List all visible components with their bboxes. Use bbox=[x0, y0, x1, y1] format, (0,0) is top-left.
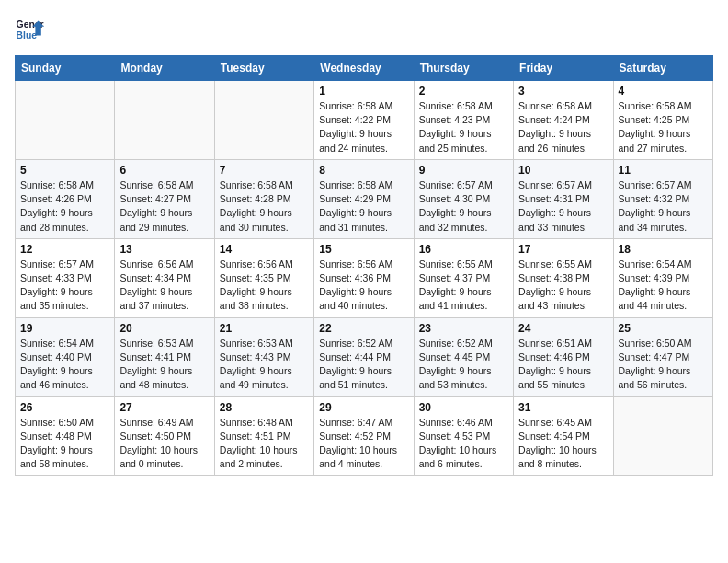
day-number: 28 bbox=[220, 401, 309, 414]
day-of-week-header: Saturday bbox=[613, 56, 712, 81]
day-number: 12 bbox=[20, 243, 109, 256]
day-info: Sunrise: 6:57 AMSunset: 4:31 PMDaylight:… bbox=[518, 178, 608, 235]
day-number: 13 bbox=[119, 243, 209, 256]
calendar-cell bbox=[115, 81, 214, 160]
day-info: Sunrise: 6:53 AMSunset: 4:43 PMDaylight:… bbox=[220, 337, 309, 393]
day-info: Sunrise: 6:54 AMSunset: 4:40 PMDaylight:… bbox=[20, 337, 109, 393]
day-number: 4 bbox=[619, 85, 708, 98]
day-info: Sunrise: 6:49 AMSunset: 4:50 PMDaylight:… bbox=[119, 416, 209, 472]
calendar-cell bbox=[613, 396, 712, 476]
day-number: 31 bbox=[518, 401, 608, 414]
day-number: 3 bbox=[518, 85, 608, 98]
day-number: 18 bbox=[619, 243, 708, 256]
calendar-cell: 8Sunrise: 6:58 AMSunset: 4:29 PMDaylight… bbox=[314, 159, 414, 238]
logo: General Blue bbox=[15, 15, 44, 44]
day-info: Sunrise: 6:55 AMSunset: 4:38 PMDaylight:… bbox=[518, 258, 608, 314]
calendar-cell: 2Sunrise: 6:58 AMSunset: 4:23 PMDaylight… bbox=[414, 81, 513, 160]
calendar-cell bbox=[16, 81, 115, 160]
day-info: Sunrise: 6:58 AMSunset: 4:24 PMDaylight:… bbox=[518, 99, 608, 155]
calendar-week-row: 19Sunrise: 6:54 AMSunset: 4:40 PMDayligh… bbox=[16, 317, 713, 396]
calendar-cell: 9Sunrise: 6:57 AMSunset: 4:30 PMDaylight… bbox=[414, 159, 513, 238]
day-of-week-header: Tuesday bbox=[214, 56, 313, 81]
calendar-week-row: 12Sunrise: 6:57 AMSunset: 4:33 PMDayligh… bbox=[16, 238, 713, 317]
day-info: Sunrise: 6:55 AMSunset: 4:37 PMDaylight:… bbox=[419, 258, 508, 314]
calendar-table: SundayMondayTuesdayWednesdayThursdayFrid… bbox=[15, 55, 713, 476]
calendar-cell: 29Sunrise: 6:47 AMSunset: 4:52 PMDayligh… bbox=[314, 396, 414, 476]
calendar-cell: 17Sunrise: 6:55 AMSunset: 4:38 PMDayligh… bbox=[514, 238, 613, 317]
day-info: Sunrise: 6:58 AMSunset: 4:29 PMDaylight:… bbox=[319, 178, 408, 235]
day-info: Sunrise: 6:50 AMSunset: 4:47 PMDaylight:… bbox=[619, 337, 708, 393]
calendar-cell: 7Sunrise: 6:58 AMSunset: 4:28 PMDaylight… bbox=[214, 159, 313, 238]
calendar-cell: 26Sunrise: 6:50 AMSunset: 4:48 PMDayligh… bbox=[16, 396, 115, 476]
calendar-cell: 30Sunrise: 6:46 AMSunset: 4:53 PMDayligh… bbox=[414, 396, 513, 476]
day-of-week-header: Wednesday bbox=[314, 56, 414, 81]
day-info: Sunrise: 6:57 AMSunset: 4:30 PMDaylight:… bbox=[419, 178, 508, 235]
day-info: Sunrise: 6:53 AMSunset: 4:41 PMDaylight:… bbox=[119, 337, 209, 393]
calendar-cell: 5Sunrise: 6:58 AMSunset: 4:26 PMDaylight… bbox=[16, 159, 115, 238]
day-number: 9 bbox=[419, 164, 508, 177]
day-number: 19 bbox=[20, 322, 109, 335]
svg-text:Blue: Blue bbox=[17, 30, 38, 40]
calendar-cell: 22Sunrise: 6:52 AMSunset: 4:44 PMDayligh… bbox=[314, 317, 414, 396]
day-number: 21 bbox=[220, 322, 309, 335]
day-of-week-header: Friday bbox=[514, 56, 613, 81]
day-number: 5 bbox=[20, 164, 109, 177]
day-info: Sunrise: 6:50 AMSunset: 4:48 PMDaylight:… bbox=[20, 416, 109, 472]
day-number: 16 bbox=[419, 243, 508, 256]
calendar-week-row: 1Sunrise: 6:58 AMSunset: 4:22 PMDaylight… bbox=[16, 81, 713, 160]
day-info: Sunrise: 6:54 AMSunset: 4:39 PMDaylight:… bbox=[619, 258, 708, 314]
day-info: Sunrise: 6:48 AMSunset: 4:51 PMDaylight:… bbox=[220, 416, 309, 472]
day-number: 22 bbox=[319, 322, 408, 335]
day-info: Sunrise: 6:56 AMSunset: 4:34 PMDaylight:… bbox=[119, 258, 209, 314]
day-info: Sunrise: 6:46 AMSunset: 4:53 PMDaylight:… bbox=[419, 416, 508, 472]
day-number: 23 bbox=[419, 322, 508, 335]
day-number: 14 bbox=[220, 243, 309, 256]
day-info: Sunrise: 6:58 AMSunset: 4:28 PMDaylight:… bbox=[220, 178, 309, 235]
calendar-cell: 25Sunrise: 6:50 AMSunset: 4:47 PMDayligh… bbox=[613, 317, 712, 396]
day-number: 17 bbox=[518, 243, 608, 256]
day-info: Sunrise: 6:58 AMSunset: 4:26 PMDaylight:… bbox=[20, 178, 109, 235]
calendar-week-row: 26Sunrise: 6:50 AMSunset: 4:48 PMDayligh… bbox=[16, 396, 713, 476]
calendar-cell: 23Sunrise: 6:52 AMSunset: 4:45 PMDayligh… bbox=[414, 317, 513, 396]
day-info: Sunrise: 6:45 AMSunset: 4:54 PMDaylight:… bbox=[518, 416, 608, 472]
calendar-cell: 3Sunrise: 6:58 AMSunset: 4:24 PMDaylight… bbox=[514, 81, 613, 160]
calendar-cell: 19Sunrise: 6:54 AMSunset: 4:40 PMDayligh… bbox=[16, 317, 115, 396]
day-info: Sunrise: 6:56 AMSunset: 4:36 PMDaylight:… bbox=[319, 258, 408, 314]
day-number: 30 bbox=[419, 401, 508, 414]
day-number: 27 bbox=[119, 401, 209, 414]
calendar-cell: 21Sunrise: 6:53 AMSunset: 4:43 PMDayligh… bbox=[214, 317, 313, 396]
calendar-cell: 13Sunrise: 6:56 AMSunset: 4:34 PMDayligh… bbox=[115, 238, 214, 317]
calendar-cell: 20Sunrise: 6:53 AMSunset: 4:41 PMDayligh… bbox=[115, 317, 214, 396]
day-of-week-header: Thursday bbox=[414, 56, 513, 81]
day-info: Sunrise: 6:58 AMSunset: 4:22 PMDaylight:… bbox=[319, 99, 408, 155]
calendar-cell: 11Sunrise: 6:57 AMSunset: 4:32 PMDayligh… bbox=[613, 159, 712, 238]
calendar-cell: 4Sunrise: 6:58 AMSunset: 4:25 PMDaylight… bbox=[613, 81, 712, 160]
day-info: Sunrise: 6:57 AMSunset: 4:32 PMDaylight:… bbox=[619, 178, 708, 235]
day-number: 6 bbox=[119, 164, 209, 177]
day-number: 8 bbox=[319, 164, 408, 177]
calendar-cell: 16Sunrise: 6:55 AMSunset: 4:37 PMDayligh… bbox=[414, 238, 513, 317]
calendar-cell: 28Sunrise: 6:48 AMSunset: 4:51 PMDayligh… bbox=[214, 396, 313, 476]
day-number: 15 bbox=[319, 243, 408, 256]
day-of-week-header: Sunday bbox=[16, 56, 115, 81]
calendar-cell: 14Sunrise: 6:56 AMSunset: 4:35 PMDayligh… bbox=[214, 238, 313, 317]
day-info: Sunrise: 6:52 AMSunset: 4:44 PMDaylight:… bbox=[319, 337, 408, 393]
calendar-cell: 27Sunrise: 6:49 AMSunset: 4:50 PMDayligh… bbox=[115, 396, 214, 476]
day-number: 29 bbox=[319, 401, 408, 414]
day-number: 20 bbox=[119, 322, 209, 335]
calendar-cell: 24Sunrise: 6:51 AMSunset: 4:46 PMDayligh… bbox=[514, 317, 613, 396]
day-number: 7 bbox=[220, 164, 309, 177]
calendar-cell bbox=[214, 81, 313, 160]
day-number: 24 bbox=[518, 322, 608, 335]
logo-icon: General Blue bbox=[15, 15, 44, 44]
day-info: Sunrise: 6:56 AMSunset: 4:35 PMDaylight:… bbox=[220, 258, 309, 314]
day-info: Sunrise: 6:57 AMSunset: 4:33 PMDaylight:… bbox=[20, 258, 109, 314]
day-info: Sunrise: 6:58 AMSunset: 4:27 PMDaylight:… bbox=[119, 178, 209, 235]
day-number: 2 bbox=[419, 85, 508, 98]
calendar-week-row: 5Sunrise: 6:58 AMSunset: 4:26 PMDaylight… bbox=[16, 159, 713, 238]
page-header: General Blue bbox=[15, 15, 713, 44]
calendar-cell: 6Sunrise: 6:58 AMSunset: 4:27 PMDaylight… bbox=[115, 159, 214, 238]
day-number: 1 bbox=[319, 85, 408, 98]
calendar-cell: 31Sunrise: 6:45 AMSunset: 4:54 PMDayligh… bbox=[514, 396, 613, 476]
day-number: 25 bbox=[619, 322, 708, 335]
